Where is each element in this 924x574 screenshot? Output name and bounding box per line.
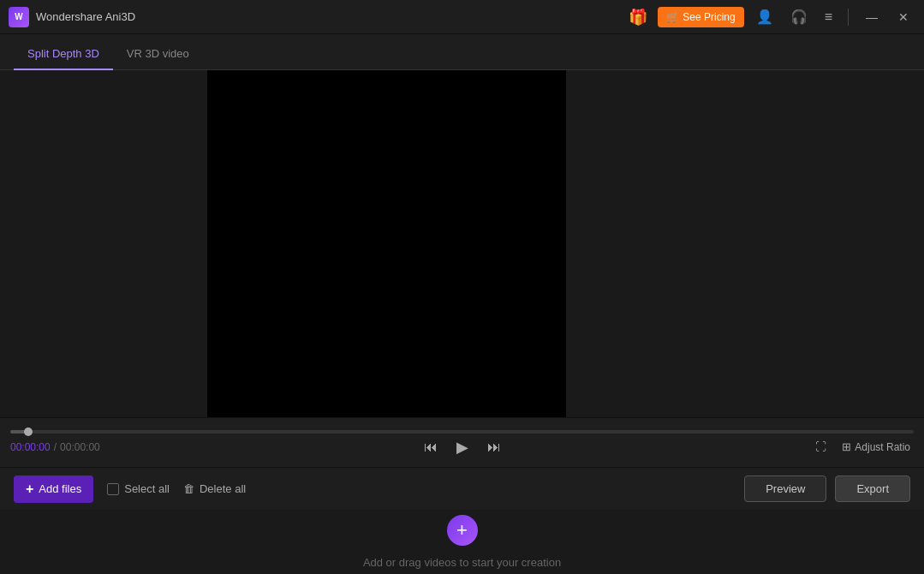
titlebar-divider [848, 9, 849, 26]
minimize-button[interactable]: — [859, 7, 885, 27]
logo-text: W [15, 12, 22, 21]
headphone-button[interactable]: 🎧 [785, 5, 813, 28]
see-pricing-button[interactable]: 🛒 See Pricing [658, 7, 743, 27]
fullscreen-button[interactable]: ⛶ [812, 439, 830, 455]
titlebar: W Wondershare Ani3D 🎁 🛒 See Pricing 👤 🎧 … [0, 0, 924, 34]
video-canvas [207, 70, 566, 417]
timeline-track[interactable] [10, 430, 914, 433]
menu-button[interactable]: ≡ [820, 6, 838, 28]
select-all-label: Select all [124, 482, 170, 495]
time-total: 00:00:00 [60, 441, 100, 453]
drop-zone[interactable]: + Add or drag videos to start your creat… [0, 510, 924, 574]
right-panel [566, 70, 925, 417]
timeline-thumb [24, 428, 33, 436]
playback-buttons: ⏮ ▶ ⏭ [420, 436, 504, 458]
playback-section: 00:00:00 / 00:00:00 ⏮ ▶ ⏭ ⛶ ⊞ Adjust Rat… [0, 417, 924, 467]
preview-button[interactable]: Preview [744, 475, 826, 502]
toolbar: + Add files Select all 🗑 Delete all Prev… [0, 467, 924, 510]
adjust-ratio-button[interactable]: ⊞ Adjust Ratio [838, 439, 914, 455]
tab-vr-3d-video[interactable]: VR 3D video [113, 39, 203, 70]
close-button[interactable]: ✕ [891, 7, 915, 27]
toolbar-right: Preview Export [744, 475, 910, 502]
select-all-wrap[interactable]: Select all [107, 482, 170, 495]
left-panel [0, 70, 207, 417]
time-current: 00:00:00 [10, 441, 51, 453]
preview-section [0, 70, 924, 417]
add-files-icon: + [26, 481, 33, 497]
time-display: 00:00:00 / 00:00:00 [10, 441, 812, 453]
drop-zone-message: Add or drag videos to start your creatio… [363, 556, 561, 569]
see-pricing-label: See Pricing [683, 11, 735, 23]
cart-icon: 🛒 [666, 11, 679, 23]
right-controls: ⛶ ⊞ Adjust Ratio [812, 439, 914, 455]
delete-icon: 🗑 [183, 482, 194, 495]
titlebar-right: 🎁 🛒 See Pricing 👤 🎧 ≡ — ✕ [625, 4, 915, 30]
delete-all-wrap[interactable]: 🗑 Delete all [183, 482, 246, 495]
tab-split-depth-3d[interactable]: Split Depth 3D [14, 39, 113, 70]
app-title: Wondershare Ani3D [36, 10, 625, 23]
skip-forward-button[interactable]: ⏭ [484, 438, 504, 457]
tabbar: Split Depth 3D VR 3D video [0, 34, 924, 70]
delete-all-label: Delete all [200, 482, 246, 495]
main-content: 00:00:00 / 00:00:00 ⏮ ▶ ⏭ ⛶ ⊞ Adjust Rat… [0, 70, 924, 574]
add-files-button[interactable]: + Add files [14, 475, 93, 503]
time-separator: / [54, 441, 57, 453]
play-button[interactable]: ▶ [453, 436, 472, 458]
adjust-ratio-label: Adjust Ratio [855, 441, 910, 453]
select-all-checkbox[interactable] [107, 483, 119, 495]
app-logo: W [9, 7, 29, 27]
account-button[interactable]: 👤 [751, 5, 778, 28]
add-files-label: Add files [39, 482, 81, 495]
add-circle-button[interactable]: + [447, 515, 478, 546]
export-button[interactable]: Export [835, 475, 910, 502]
playback-controls-row: 00:00:00 / 00:00:00 ⏮ ▶ ⏭ ⛶ ⊞ Adjust Rat… [0, 439, 924, 455]
gift-button[interactable]: 🎁 [625, 4, 651, 30]
adjust-ratio-icon: ⊞ [842, 440, 851, 453]
skip-back-button[interactable]: ⏮ [420, 438, 441, 457]
timeline[interactable] [0, 430, 924, 433]
